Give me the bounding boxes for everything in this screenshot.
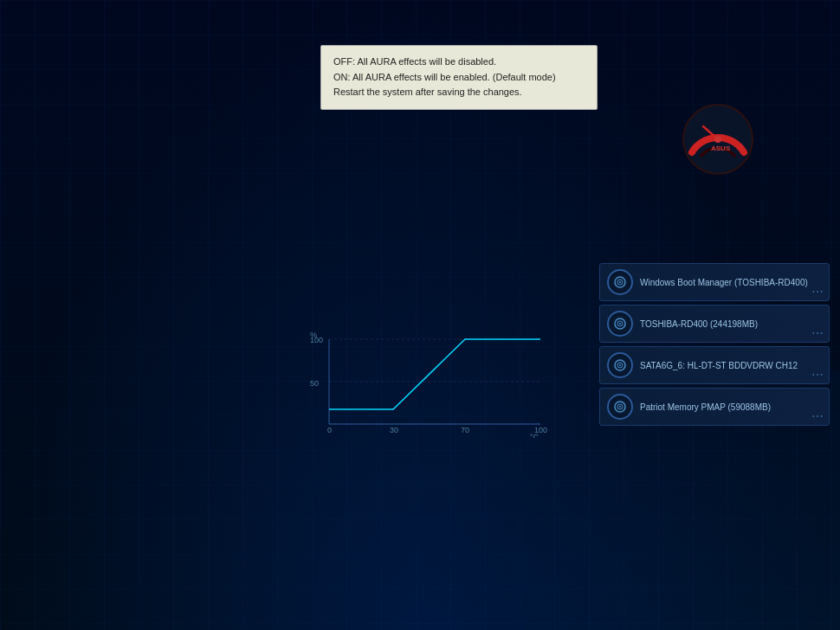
ez-tuning-section: EZ System Tuning Click the icon below to…: [599, 54, 830, 201]
fan-rpm-cha3: N/A: [189, 361, 236, 371]
footer-sep-2: |: [559, 603, 563, 619]
fan-icon-cpu: [12, 314, 40, 342]
svg-point-32: [619, 323, 621, 325]
boot-item-name-2: TOSHIBA-RD400 (244198MB): [640, 319, 822, 329]
svg-text:ASUS: ASUS: [711, 145, 731, 152]
svg-text:100: 100: [310, 336, 323, 344]
fan-item-cpu: CPU FAN 542 RPM: [12, 314, 140, 342]
fan-name-cha2: CHA2 FAN: [47, 350, 94, 361]
docp-value: D.O.C.P DDR4-3466 16-18-18-36-1.35V: [88, 258, 259, 268]
ez-tuning-desc: Click the icon below to apply a pre-conf…: [599, 71, 830, 95]
dram-b2: DIMM_B2: Corsair 8192MB 2133MHz: [12, 201, 281, 211]
question-icon: ?: [621, 16, 627, 29]
boot-menu-button[interactable]: ✳ Boot Menu(F8): [599, 429, 830, 448]
sata-item-4: SATA6G_4: N/A: [307, 235, 576, 246]
svg-text:°C: °C: [530, 433, 540, 438]
dram-title: DRAM Status: [12, 151, 281, 164]
qfan-button[interactable]: QFan Control: [307, 443, 445, 467]
boot-priority-header: Boot Priority Switch all: [599, 226, 830, 245]
boot-item-4[interactable]: Patriot Memory PMAP (59088MB) ⋯: [599, 388, 830, 426]
snowflake-icon: ✳: [599, 433, 608, 445]
sata-section: SATA Information SATA6G_1: N/A SATA6G_2:…: [307, 185, 576, 280]
boot-item-name-4: Patriot Memory PMAP (59088MB): [640, 402, 822, 412]
svg-point-38: [619, 406, 621, 408]
save-exit-button[interactable]: Save & Exit(F10): [455, 605, 533, 617]
sata-title: SATA Information: [307, 185, 576, 198]
fan-name-cpu: CPU FAN: [47, 318, 88, 328]
time-settings-icon[interactable]: ⚙: [511, 20, 522, 34]
default-button[interactable]: Default(F5): [347, 605, 399, 617]
cpu-fan-chart: CPU FAN % 100 50: [307, 309, 576, 467]
prev-arrow[interactable]: ‹: [663, 182, 668, 197]
boot-item-name-1: Windows Boot Manager (TOSHIBA-RD400): [640, 278, 822, 287]
switch-all-button[interactable]: Switch all: [771, 226, 830, 245]
svg-point-25: [714, 136, 721, 143]
sata-item-m2: M.2_1: N/A: [307, 269, 576, 280]
docp-profile-select[interactable]: Profile#1: [12, 254, 80, 273]
fan-rpm-cpu: 542 RPM: [47, 328, 88, 338]
mb-temp-section: Motherboard Temperature 29°C: [307, 116, 576, 160]
boot-disk-icon-2: [607, 311, 633, 337]
profile-quiet[interactable]: Quiet: [599, 112, 662, 125]
globe-icon: 🌐: [545, 16, 558, 29]
memory-info: Memory: 32768 MB (DDR4 2933MHz): [12, 115, 281, 125]
docp-title: D.O.C.P.: [12, 237, 281, 250]
header: UEFI BIOS Utility – EZ Mode 07/02/2018 M…: [0, 0, 840, 45]
divider-right-1: [599, 213, 830, 214]
fan-name-cha3: CHA3 FAN: [189, 350, 236, 361]
speedometer-gauge[interactable]: ASUS: [679, 100, 757, 178]
content-area: Information TUF X470-PLUS G... AMD Ryzen…: [0, 45, 840, 590]
fan-name-aio: AIO PUMP: [47, 383, 94, 394]
divider-mid-2: [307, 292, 576, 293]
boot-priority-title: Boot Priority: [599, 228, 673, 242]
svg-text:50: 50: [310, 379, 319, 388]
fan-name-cha1: CHA1 FAN: [189, 318, 236, 328]
fan-rpm-cha2: 1005 RPM: [47, 361, 94, 371]
fan-item-cha3: CHA3 FAN N/A: [154, 347, 282, 375]
profile-list: Quiet Performance Energy Saving: [599, 112, 662, 167]
drag-handle-3: ⋯: [811, 368, 824, 382]
footer-sep-3: |: [722, 603, 726, 619]
information-title: Information: [12, 54, 281, 67]
mb-temp-label: Motherboard Temperature: [307, 119, 576, 133]
fan-item-cha2: CHA2 FAN 1005 RPM: [12, 347, 140, 375]
boot-item-2[interactable]: TOSHIBA-RD400 (244198MB) ⋯: [599, 305, 830, 343]
boot-item-3[interactable]: SATA6G_6: HL-DT-ST BDDVDRW CH12 ⋯: [599, 346, 830, 384]
next-arrow[interactable]: ›: [761, 182, 766, 197]
sata-item-5: SATA6G_5: N/A: [307, 247, 576, 257]
profile-performance[interactable]: Performance: [599, 132, 662, 146]
fan-icon-cha3: [154, 347, 182, 375]
fan-icon-aio: [12, 380, 40, 408]
information-section: Information TUF X470-PLUS G... AMD Ryzen…: [12, 54, 281, 125]
fan-item-aio: AIO PUMP 2360 RPM: [12, 380, 140, 408]
svg-point-8: [25, 393, 28, 395]
svg-point-29: [619, 281, 621, 283]
search-button[interactable]: ? Search(F9): [613, 13, 690, 32]
fan-section: FAN Profile: [12, 298, 281, 408]
mb-temp-value: 29°C: [307, 133, 576, 160]
ez-tuning-title: EZ System Tuning: [599, 54, 830, 68]
sata-item-6: SATA6G_6: HL-DT-ST BDDVDRW CH12LS28 ATAP…: [307, 258, 576, 268]
time-display: 21:55: [450, 16, 508, 38]
language-button[interactable]: 🌐 English: [537, 13, 603, 32]
divider-mid-1: [307, 172, 576, 173]
cpu-type: Processor: [12, 94, 281, 105]
dram-section: DRAM Status DIMM_A1: Corsair 8192MB 2133…: [12, 151, 281, 212]
divider-2: [12, 224, 281, 225]
drag-handle-4: ⋯: [811, 409, 824, 423]
boot-item-name-3: SATA6G_6: HL-DT-ST BDDVDRW CH12: [640, 361, 822, 370]
svg-text:70: 70: [461, 426, 469, 434]
advanced-mode-button[interactable]: Advanced Mode(F7)→|: [589, 605, 696, 617]
footer: Default(F5) | Save & Exit(F10) | Advance…: [0, 590, 840, 630]
fan-icon-cha1: [154, 314, 182, 342]
aura-button[interactable]: ✦ AURA ON/OFF(F4): [701, 10, 828, 35]
divider-3: [12, 285, 281, 286]
right-panel: EZ System Tuning Click the icon below to…: [589, 45, 840, 590]
drag-handle-2: ⋯: [811, 326, 824, 340]
profile-energy-saving[interactable]: Energy Saving: [599, 153, 662, 167]
asus-logo: [12, 5, 43, 40]
svg-text:30: 30: [390, 426, 398, 434]
search-faq-button[interactable]: Search on FAQ: [752, 605, 823, 617]
boot-item-1[interactable]: Windows Boot Manager (TOSHIBA-RD400) ⋯: [599, 263, 830, 301]
cpu-speed: Speed: 4175 MHz: [12, 105, 281, 115]
